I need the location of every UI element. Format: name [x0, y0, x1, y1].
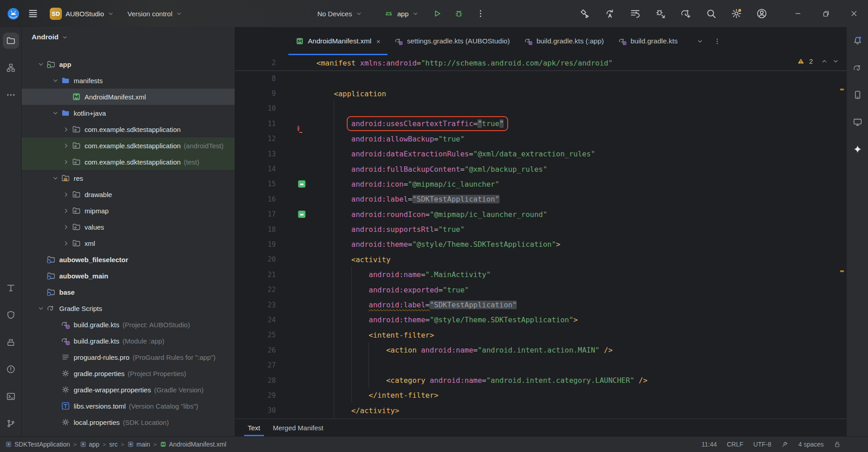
error-stripe-mark[interactable] [840, 270, 844, 272]
gemini-icon[interactable] [849, 141, 866, 157]
error-bulb-icon[interactable]: ! [297, 126, 299, 131]
run-config-selector[interactable]: app [380, 6, 422, 21]
editor-line-29[interactable]: 29 </intent-filter> [235, 388, 846, 403]
account-icon[interactable] [755, 7, 769, 20]
tree-item-kotlin-java[interactable]: kotlin+java [22, 105, 235, 121]
tree-item-base[interactable]: base [22, 284, 235, 300]
more-tool-windows-icon[interactable] [3, 87, 19, 103]
launcher-icon-preview[interactable] [297, 180, 306, 188]
lock-icon[interactable] [834, 441, 841, 448]
chevron-right-icon[interactable] [61, 156, 71, 167]
error-stripe-mark[interactable] [840, 89, 844, 90]
tree-item-gradle-scripts[interactable]: Gradle Scripts [22, 300, 235, 316]
chevron-right-icon[interactable] [61, 221, 71, 232]
tree-item-com-example-sdktestapplication[interactable]: com.example.sdktestapplication [22, 121, 235, 137]
editor-line-12[interactable]: 12 android:allowBackup="true" [235, 132, 846, 146]
pin-icon[interactable] [781, 441, 788, 448]
search-everywhere-icon[interactable] [704, 7, 718, 20]
editor-line-22[interactable]: 22 android:exported="true" [235, 282, 846, 297]
editor-line-10[interactable]: 10 [235, 101, 846, 116]
tree-item-manifests[interactable]: manifests [22, 72, 235, 89]
editor-tab-settings-gradle-kts-aubostudio[interactable]: settings.gradle.kts (AUBOStudio) [387, 27, 517, 55]
tree-item-gradle-properties-project-properties[interactable]: gradle.properties(Project Properties) [22, 365, 235, 381]
close-tab-icon[interactable]: × [376, 38, 380, 45]
editor-line-2[interactable]: 2<manifest xmlns:android="http://schemas… [235, 55, 846, 71]
tree-item-com-example-sdktestapplication-androidtest[interactable]: com.example.sdktestapplication(androidTe… [22, 137, 235, 154]
chevron-right-icon[interactable] [61, 140, 71, 151]
breadcrumb-item-app[interactable]: app [80, 441, 99, 448]
chevron-down-icon[interactable] [50, 75, 61, 86]
breadcrumb-item-main[interactable]: main [127, 441, 150, 448]
indent-config[interactable]: 4 spaces [798, 441, 824, 448]
restore-button[interactable] [812, 0, 840, 27]
next-warning-icon[interactable] [832, 58, 839, 65]
tree-item-local-properties-sdk-location[interactable]: local.properties(SDK Location) [22, 414, 235, 430]
editor-line-30[interactable]: 30 </activity> [235, 403, 846, 418]
chevron-right-icon[interactable] [61, 124, 71, 135]
close-button[interactable] [840, 0, 868, 27]
tree-item-mipmap[interactable]: mipmap [22, 202, 235, 219]
editor-line-20[interactable]: 20 <activity [235, 252, 846, 267]
editor-line-17[interactable]: 17 android:roundIcon="@mipmap/ic_launche… [235, 207, 846, 222]
editor-content[interactable]: 2<manifest xmlns:android="http://schemas… [235, 55, 846, 419]
editor-tab-androidmanifest-xml[interactable]: AndroidManifest.xml× [288, 27, 387, 55]
editor-line-11[interactable]: 11! android:usesCleartextTraffic="true" [235, 116, 846, 131]
breadcrumb-item-androidmanifest-xml[interactable]: AndroidManifest.xml [160, 441, 226, 448]
project-widget[interactable]: SD AUBOStudio [46, 5, 118, 23]
editor-line-21[interactable]: 21 android:name=".MainActivity" [235, 267, 846, 282]
terminal-icon[interactable] [3, 388, 19, 405]
tree-item-gradle-wrapper-properties-gradle-version[interactable]: gradle-wrapper.properties(Gradle Version… [22, 381, 235, 398]
editor-line-23[interactable]: 23 android:label="SDKTestApplication" [235, 297, 846, 312]
editor-line-28[interactable]: 28 <category android:name="android.inten… [235, 373, 846, 388]
editor-line-27[interactable]: 27 [235, 358, 846, 372]
editor-line-26[interactable]: 26 <action android:name="android.intent.… [235, 343, 846, 358]
tree-item-build-gradle-kts-module-app[interactable]: build.gradle.kts(Module :app) [22, 333, 235, 349]
problems-icon[interactable] [3, 361, 19, 377]
chevron-right-icon[interactable] [61, 205, 71, 216]
device-selector[interactable]: No Devices [314, 7, 366, 20]
project-view-selector[interactable]: Android [22, 27, 235, 47]
tree-item-res[interactable]: res [22, 170, 235, 186]
chevron-down-icon[interactable] [50, 173, 61, 184]
build-icon[interactable] [578, 7, 591, 20]
launcher-icon-preview[interactable] [297, 210, 306, 219]
breadcrumb-item-src[interactable]: src [109, 441, 118, 448]
sync-gradle-icon[interactable] [679, 7, 693, 20]
editor-tab-build-gradle-kts-app[interactable]: build.gradle.kts (:app) [517, 27, 611, 55]
device-manager-icon[interactable] [849, 87, 866, 103]
structure-tool-icon[interactable] [3, 60, 19, 76]
editor-line-18[interactable]: 18 android:supportsRtl="true" [235, 222, 846, 237]
debug-button[interactable] [452, 7, 466, 20]
editor-line-13[interactable]: 13 android:dataExtractionRules="@xml/dat… [235, 146, 846, 161]
tree-item-drawable[interactable]: drawable [22, 186, 235, 202]
apply-code-changes-icon[interactable] [628, 7, 642, 20]
view-tab-merged-manifest[interactable]: Merged Manifest [267, 419, 330, 436]
editor-line-9[interactable]: 9 <application [235, 86, 846, 101]
chevron-right-icon[interactable] [61, 238, 71, 249]
version-control-icon[interactable] [3, 415, 19, 432]
tree-item-app[interactable]: app [22, 56, 235, 72]
chevron-right-icon[interactable] [61, 189, 71, 200]
line-separator[interactable]: CRLF [727, 441, 744, 448]
editor-line-24[interactable]: 24 android:theme="@style/Theme.SDKTestAp… [235, 312, 846, 327]
editor-line-14[interactable]: 14 android:fullBackupContent="@xml/backu… [235, 161, 846, 176]
caret-position[interactable]: 11:44 [702, 441, 717, 448]
settings-icon[interactable] [730, 7, 743, 20]
editor-line-16[interactable]: 16 android:label="SDKTestApplication" [235, 192, 846, 207]
run-button[interactable] [430, 7, 444, 20]
project-tool-icon[interactable] [3, 33, 19, 49]
inspections-widget[interactable]: 2 [797, 57, 839, 65]
tree-item-auboweb-fileselector[interactable]: auboweb_fileselector [22, 251, 235, 268]
notifications-icon[interactable] [849, 33, 866, 49]
minimize-button[interactable] [784, 0, 812, 27]
apply-changes-icon[interactable] [603, 7, 617, 20]
editor-line-19[interactable]: 19 android:theme="@style/Theme.SDKTestAp… [235, 237, 846, 252]
attach-debugger-icon[interactable] [654, 7, 667, 20]
editor-line-15[interactable]: 15 android:icon="@mipmap/ic_launcher" [235, 177, 846, 192]
editor-line-8[interactable]: 8 [235, 71, 846, 86]
running-devices-icon[interactable] [849, 114, 866, 130]
editor-tab-build-gradle-kts[interactable]: build.gradle.kts [611, 27, 685, 55]
tree-item-values[interactable]: values [22, 219, 235, 235]
tree-item-com-example-sdktestapplication-test[interactable]: com.example.sdktestapplication(test) [22, 154, 235, 170]
tab-options-kebab-icon[interactable] [713, 38, 721, 45]
